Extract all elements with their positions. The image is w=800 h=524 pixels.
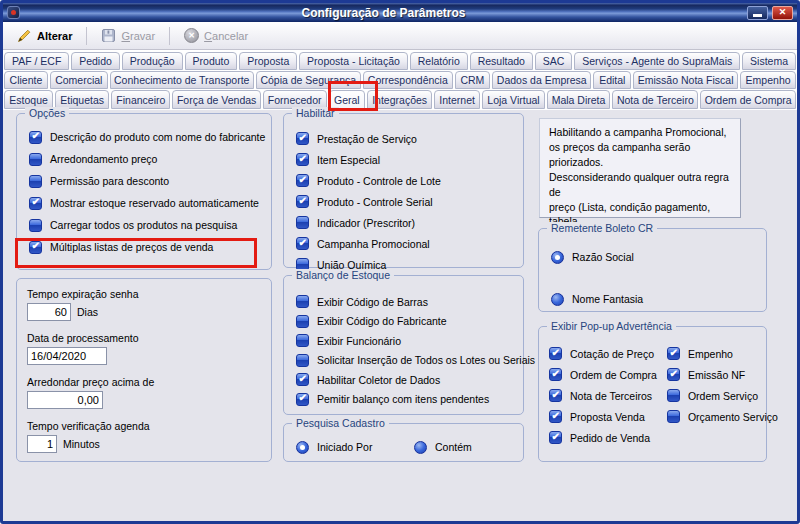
alterar-button[interactable]: Alterar — [9, 26, 80, 45]
popup-ordem-servico[interactable]: Ordem Serviço — [657, 385, 778, 406]
popup-emissao-nf[interactable]: Emissão NF — [657, 364, 778, 385]
popup-ordem-compra[interactable]: Ordem de Compra — [539, 364, 657, 385]
checkbox-icon[interactable] — [296, 393, 309, 406]
popup-cotacao-preco[interactable]: Cotação de Preço — [539, 343, 657, 364]
radio-contem[interactable]: Contém — [402, 437, 472, 457]
checkbox-icon[interactable] — [296, 334, 309, 347]
balanco-solicitar-insercao-lotes[interactable]: Solicitar Inserção de Todos os Lotes ou … — [284, 351, 523, 371]
tab-pedido[interactable]: Pedido — [71, 52, 120, 70]
tab-relatorio[interactable]: Relatório — [410, 52, 468, 70]
checkbox-icon[interactable] — [296, 195, 309, 208]
habilitar-campanha-promocional[interactable]: Campanha Promocional — [284, 233, 523, 254]
balanco-habilitar-coletor-dados[interactable]: Habilitar Coletor de Dados — [284, 370, 523, 390]
tab-dados-da-empresa[interactable]: Dados da Empresa — [492, 71, 592, 89]
popup-orcamento-servico[interactable]: Orçamento Serviço — [657, 406, 778, 427]
tab-crm[interactable]: CRM — [455, 71, 490, 89]
checkbox-icon[interactable] — [29, 219, 42, 232]
radio-razao-social[interactable]: Razão Social — [539, 236, 766, 278]
popup-empenho[interactable]: Empenho — [657, 343, 778, 364]
popup-proposta-venda[interactable]: Proposta Venda — [539, 406, 657, 427]
option-carregar-todos-produtos[interactable]: Carregar todos os produtos na pesquisa — [17, 214, 271, 236]
window-controls: ✕ — [747, 6, 793, 20]
habilitar-indicador-prescritor[interactable]: Indicador (Prescritor) — [284, 212, 523, 233]
radio-icon[interactable] — [296, 441, 309, 454]
tab-conhecimento-de-transporte[interactable]: Conhecimento de Transporte — [110, 71, 254, 89]
checkbox-icon[interactable] — [296, 354, 309, 367]
option-descricao-produto-fabricante[interactable]: Descrição do produto com nome do fabrica… — [17, 126, 271, 148]
tab-ordem-de-compra[interactable]: Ordem de Compra — [700, 90, 796, 109]
tab-paf-ecf[interactable]: PAF / ECF — [4, 52, 69, 70]
checkbox-icon[interactable] — [549, 347, 562, 360]
checkbox-icon[interactable] — [296, 315, 309, 328]
radio-nome-fantasia[interactable]: Nome Fantasia — [539, 278, 766, 320]
tab-proposta[interactable]: Proposta — [239, 52, 297, 70]
tab-producao[interactable]: Produção — [122, 52, 183, 70]
tab-sac[interactable]: SAC — [535, 52, 572, 70]
tab-forca-de-vendas[interactable]: Força de Vendas — [172, 90, 260, 109]
checkbox-icon[interactable] — [549, 389, 562, 402]
checkbox-icon[interactable] — [549, 410, 562, 423]
checkbox-label: Cotação de Preço — [570, 348, 654, 360]
tab-resultado[interactable]: Resultado — [470, 52, 533, 70]
tab-nota-de-terceiro[interactable]: Nota de Terceiro — [612, 90, 698, 109]
radio-iniciado-por[interactable]: Iniciado Por — [284, 437, 402, 457]
tab-cliente[interactable]: Cliente — [4, 71, 48, 89]
tempo-expiracao-senha-input[interactable] — [27, 303, 71, 321]
checkbox-icon[interactable] — [667, 410, 680, 423]
habilitar-item-especial[interactable]: Item Especial — [284, 149, 523, 170]
balanco-permitir-itens-pendentes[interactable]: Pemitir balanço com itens pendentes — [284, 390, 523, 410]
option-permissao-desconto[interactable]: Permissão para desconto — [17, 170, 271, 192]
tab-servicos-agente-do-supramais[interactable]: Serviços - Agente do SupraMais — [574, 52, 740, 70]
checkbox-icon[interactable] — [667, 368, 680, 381]
radio-icon[interactable] — [414, 441, 427, 454]
checkbox-icon[interactable] — [29, 175, 42, 188]
habilitar-produto-controle-lote[interactable]: Produto - Controle de Lote — [284, 170, 523, 191]
tab-proposta-licitacao[interactable]: Proposta - Licitação — [299, 52, 408, 70]
data-processamento-input[interactable] — [27, 347, 107, 365]
checkbox-icon[interactable] — [296, 216, 309, 229]
tab-comercial[interactable]: Comercial — [50, 71, 108, 89]
close-button[interactable]: ✕ — [772, 6, 793, 20]
checkbox-icon[interactable] — [29, 153, 42, 166]
tab-empenho[interactable]: Empenho — [740, 71, 796, 89]
tab-edital[interactable]: Edital — [593, 71, 631, 89]
option-arredondamento-preco[interactable]: Arredondamento preço — [17, 148, 271, 170]
tab-mala-direta[interactable]: Mala Direta — [547, 90, 611, 109]
checkbox-icon[interactable] — [667, 389, 680, 402]
tab-internet[interactable]: Internet — [434, 90, 480, 109]
balanco-exibir-funcionario[interactable]: Exibir Funcionário — [284, 331, 523, 351]
gravar-button[interactable]: Gravar — [93, 26, 163, 45]
checkbox-icon[interactable] — [667, 347, 680, 360]
habilitar-prestacao-servico[interactable]: Prestação de Serviço — [284, 128, 523, 149]
popup-nota-terceiros[interactable]: Nota de Terceiros — [539, 385, 657, 406]
popup-pedido-venda[interactable]: Pedido de Venda — [539, 427, 657, 448]
checkbox-icon[interactable] — [296, 237, 309, 250]
balanco-exibir-codigo-barras[interactable]: Exibir Código de Barras — [284, 292, 523, 312]
minimize-button[interactable] — [747, 6, 768, 20]
tab-produto[interactable]: Produto — [185, 52, 238, 70]
toolbar-separator — [86, 27, 87, 45]
tab-emissao-nota-fiscal[interactable]: Emissão Nota Fiscal — [633, 71, 738, 89]
checkbox-icon[interactable] — [29, 197, 42, 210]
option-mostrar-estoque-reservado[interactable]: Mostrar estoque reservado automaticament… — [17, 192, 271, 214]
balanco-exibir-codigo-fabricante[interactable]: Exibir Código do Fabricante — [284, 312, 523, 332]
arredondar-preco-input[interactable] — [27, 391, 103, 409]
tab-sistema[interactable]: Sistema — [742, 52, 796, 70]
checkbox-icon[interactable] — [549, 431, 562, 444]
checkbox-icon[interactable] — [296, 132, 309, 145]
tab-loja-virtual[interactable]: Loja Virtual — [482, 90, 544, 109]
habilitar-produto-controle-serial[interactable]: Produto - Controle Serial — [284, 191, 523, 212]
radio-label: Nome Fantasia — [572, 293, 643, 305]
tempo-verificacao-agenda-input[interactable] — [27, 435, 57, 453]
tab-financeiro[interactable]: Financeiro — [111, 90, 170, 109]
cancelar-button[interactable]: ✕ Cancelar — [176, 26, 256, 45]
checkbox-icon[interactable] — [549, 368, 562, 381]
checkbox-icon[interactable] — [296, 153, 309, 166]
checkbox-icon[interactable] — [296, 174, 309, 187]
radio-icon[interactable] — [551, 251, 564, 264]
checkbox-icon[interactable] — [296, 373, 309, 386]
checkbox-label: Exibir Funcionário — [317, 335, 401, 347]
checkbox-icon[interactable] — [296, 295, 309, 308]
radio-icon[interactable] — [551, 293, 564, 306]
checkbox-icon[interactable] — [29, 131, 42, 144]
